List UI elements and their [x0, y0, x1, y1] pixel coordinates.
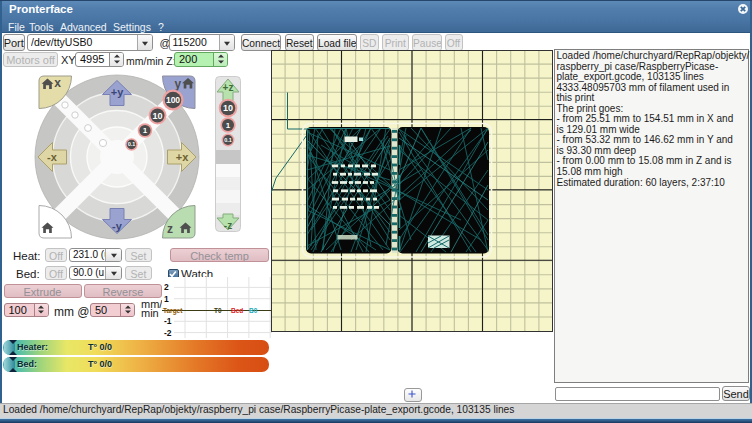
svg-text:x: x — [54, 76, 61, 90]
svg-text:+z: +z — [223, 82, 234, 93]
svg-text:100: 100 — [166, 95, 180, 105]
svg-text:10: 10 — [152, 111, 162, 121]
svg-text:-z: -z — [224, 220, 232, 231]
svg-text:1: 1 — [226, 121, 231, 130]
svg-text:T0: T0 — [214, 307, 222, 314]
svg-text:0.1: 0.1 — [128, 141, 136, 147]
svg-text:1: 1 — [164, 294, 169, 304]
svg-text:Bed: Bed — [231, 307, 243, 314]
svg-text:+y: +y — [111, 86, 124, 98]
svg-text:y: y — [175, 77, 182, 91]
svg-text:1: 1 — [143, 126, 148, 135]
svg-text:z: z — [167, 222, 173, 236]
svg-text:-1: -1 — [164, 316, 172, 326]
svg-text:-x: -x — [47, 151, 58, 163]
svg-text:-2: -2 — [164, 328, 172, 338]
svg-text:-y: -y — [112, 220, 123, 232]
svg-text:2: 2 — [164, 282, 169, 292]
svg-text:10: 10 — [223, 103, 233, 113]
svg-text:Target: Target — [163, 307, 183, 315]
svg-text:B0: B0 — [249, 307, 258, 314]
svg-text:0.1: 0.1 — [224, 137, 232, 143]
svg-text:+x: +x — [176, 151, 189, 163]
